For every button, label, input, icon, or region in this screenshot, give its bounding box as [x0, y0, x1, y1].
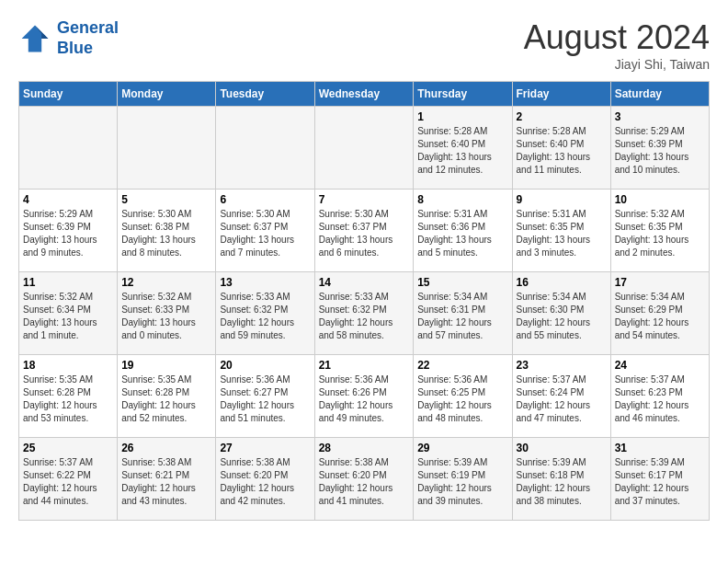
calendar-cell: 25Sunrise: 5:37 AM Sunset: 6:22 PM Dayli…	[19, 438, 118, 521]
day-info: Sunrise: 5:31 AM Sunset: 6:36 PM Dayligh…	[417, 208, 507, 259]
day-info: Sunrise: 5:32 AM Sunset: 6:34 PM Dayligh…	[23, 291, 113, 342]
month-title: August 2024	[524, 18, 710, 57]
calendar-cell: 8Sunrise: 5:31 AM Sunset: 6:36 PM Daylig…	[414, 190, 512, 272]
calendar-cell	[216, 107, 314, 190]
day-number: 4	[23, 193, 113, 206]
calendar-cell: 29Sunrise: 5:39 AM Sunset: 6:19 PM Dayli…	[414, 438, 512, 521]
day-info: Sunrise: 5:30 AM Sunset: 6:37 PM Dayligh…	[319, 208, 410, 259]
calendar-cell: 18Sunrise: 5:35 AM Sunset: 6:28 PM Dayli…	[19, 355, 118, 438]
day-number: 19	[121, 359, 211, 372]
day-info: Sunrise: 5:39 AM Sunset: 6:19 PM Dayligh…	[417, 456, 507, 508]
day-number: 7	[319, 193, 410, 206]
calendar-header-row: SundayMondayTuesdayWednesdayThursdayFrid…	[19, 82, 710, 107]
calendar-cell: 23Sunrise: 5:37 AM Sunset: 6:24 PM Dayli…	[512, 355, 610, 438]
header-sunday: Sunday	[19, 82, 118, 107]
day-info: Sunrise: 5:33 AM Sunset: 6:32 PM Dayligh…	[319, 291, 410, 342]
calendar-cell: 16Sunrise: 5:34 AM Sunset: 6:30 PM Dayli…	[512, 272, 610, 355]
day-info: Sunrise: 5:39 AM Sunset: 6:17 PM Dayligh…	[615, 456, 705, 508]
day-number: 11	[23, 276, 113, 289]
calendar-cell	[314, 107, 414, 190]
calendar-cell: 31Sunrise: 5:39 AM Sunset: 6:17 PM Dayli…	[610, 438, 709, 521]
calendar-week-row: 4Sunrise: 5:29 AM Sunset: 6:39 PM Daylig…	[19, 190, 710, 272]
day-number: 20	[220, 359, 310, 372]
calendar-week-row: 25Sunrise: 5:37 AM Sunset: 6:22 PM Dayli…	[19, 438, 710, 521]
day-info: Sunrise: 5:34 AM Sunset: 6:30 PM Dayligh…	[517, 291, 607, 342]
header-thursday: Thursday	[414, 82, 512, 107]
day-info: Sunrise: 5:35 AM Sunset: 6:28 PM Dayligh…	[23, 373, 113, 425]
location-subtitle: Jiayi Shi, Taiwan	[524, 57, 710, 72]
day-info: Sunrise: 5:39 AM Sunset: 6:18 PM Dayligh…	[517, 456, 607, 508]
day-info: Sunrise: 5:28 AM Sunset: 6:40 PM Dayligh…	[517, 125, 607, 177]
day-info: Sunrise: 5:31 AM Sunset: 6:35 PM Dayligh…	[517, 208, 607, 259]
logo-icon	[18, 22, 51, 55]
day-number: 28	[319, 442, 410, 454]
page-header: General Blue August 2024 Jiayi Shi, Taiw…	[18, 18, 710, 72]
day-number: 8	[417, 193, 507, 206]
day-info: Sunrise: 5:36 AM Sunset: 6:26 PM Dayligh…	[319, 373, 410, 425]
logo: General Blue	[18, 18, 119, 58]
calendar-cell: 2Sunrise: 5:28 AM Sunset: 6:40 PM Daylig…	[512, 107, 610, 190]
calendar-table: SundayMondayTuesdayWednesdayThursdayFrid…	[18, 81, 710, 521]
calendar-cell: 6Sunrise: 5:30 AM Sunset: 6:37 PM Daylig…	[216, 190, 314, 272]
calendar-week-row: 18Sunrise: 5:35 AM Sunset: 6:28 PM Dayli…	[19, 355, 710, 438]
calendar-cell	[19, 107, 118, 190]
calendar-cell: 19Sunrise: 5:35 AM Sunset: 6:28 PM Dayli…	[118, 355, 216, 438]
day-number: 6	[220, 193, 310, 206]
logo-line1: General	[57, 18, 119, 37]
calendar-cell: 15Sunrise: 5:34 AM Sunset: 6:31 PM Dayli…	[414, 272, 512, 355]
calendar-cell: 21Sunrise: 5:36 AM Sunset: 6:26 PM Dayli…	[314, 355, 414, 438]
calendar-cell: 17Sunrise: 5:34 AM Sunset: 6:29 PM Dayli…	[610, 272, 709, 355]
day-info: Sunrise: 5:37 AM Sunset: 6:24 PM Dayligh…	[517, 373, 607, 425]
calendar-cell: 1Sunrise: 5:28 AM Sunset: 6:40 PM Daylig…	[414, 107, 512, 190]
day-number: 14	[319, 276, 410, 289]
day-number: 26	[121, 442, 211, 454]
day-info: Sunrise: 5:38 AM Sunset: 6:20 PM Dayligh…	[220, 456, 310, 508]
day-number: 23	[517, 359, 607, 372]
day-info: Sunrise: 5:37 AM Sunset: 6:22 PM Dayligh…	[23, 456, 113, 508]
day-number: 3	[615, 110, 705, 123]
day-number: 1	[417, 110, 507, 123]
day-number: 13	[220, 276, 310, 289]
day-number: 17	[615, 276, 705, 289]
calendar-week-row: 11Sunrise: 5:32 AM Sunset: 6:34 PM Dayli…	[19, 272, 710, 355]
calendar-cell: 20Sunrise: 5:36 AM Sunset: 6:27 PM Dayli…	[216, 355, 314, 438]
calendar-cell: 11Sunrise: 5:32 AM Sunset: 6:34 PM Dayli…	[19, 272, 118, 355]
day-info: Sunrise: 5:38 AM Sunset: 6:20 PM Dayligh…	[319, 456, 410, 508]
day-info: Sunrise: 5:34 AM Sunset: 6:29 PM Dayligh…	[615, 291, 705, 342]
day-number: 15	[417, 276, 507, 289]
day-info: Sunrise: 5:33 AM Sunset: 6:32 PM Dayligh…	[220, 291, 310, 342]
day-info: Sunrise: 5:35 AM Sunset: 6:28 PM Dayligh…	[121, 373, 211, 425]
calendar-cell: 28Sunrise: 5:38 AM Sunset: 6:20 PM Dayli…	[314, 438, 414, 521]
day-info: Sunrise: 5:30 AM Sunset: 6:38 PM Dayligh…	[121, 208, 211, 259]
calendar-cell: 10Sunrise: 5:32 AM Sunset: 6:35 PM Dayli…	[610, 190, 709, 272]
calendar-cell: 5Sunrise: 5:30 AM Sunset: 6:38 PM Daylig…	[118, 190, 216, 272]
day-number: 25	[23, 442, 113, 454]
day-number: 5	[121, 193, 211, 206]
day-number: 9	[517, 193, 607, 206]
header-tuesday: Tuesday	[216, 82, 314, 107]
calendar-cell: 12Sunrise: 5:32 AM Sunset: 6:33 PM Dayli…	[118, 272, 216, 355]
title-block: August 2024 Jiayi Shi, Taiwan	[524, 18, 710, 72]
day-info: Sunrise: 5:32 AM Sunset: 6:35 PM Dayligh…	[615, 208, 705, 259]
calendar-cell: 14Sunrise: 5:33 AM Sunset: 6:32 PM Dayli…	[314, 272, 414, 355]
day-number: 10	[615, 193, 705, 206]
day-info: Sunrise: 5:36 AM Sunset: 6:27 PM Dayligh…	[220, 373, 310, 425]
header-saturday: Saturday	[610, 82, 709, 107]
calendar-cell: 7Sunrise: 5:30 AM Sunset: 6:37 PM Daylig…	[314, 190, 414, 272]
calendar-cell: 3Sunrise: 5:29 AM Sunset: 6:39 PM Daylig…	[610, 107, 709, 190]
day-info: Sunrise: 5:29 AM Sunset: 6:39 PM Dayligh…	[615, 125, 705, 177]
day-number: 24	[615, 359, 705, 372]
calendar-cell: 26Sunrise: 5:38 AM Sunset: 6:21 PM Dayli…	[118, 438, 216, 521]
calendar-cell: 24Sunrise: 5:37 AM Sunset: 6:23 PM Dayli…	[610, 355, 709, 438]
day-number: 12	[121, 276, 211, 289]
day-number: 22	[417, 359, 507, 372]
calendar-cell	[118, 107, 216, 190]
day-info: Sunrise: 5:29 AM Sunset: 6:39 PM Dayligh…	[23, 208, 113, 259]
day-info: Sunrise: 5:38 AM Sunset: 6:21 PM Dayligh…	[121, 456, 211, 508]
calendar-cell: 13Sunrise: 5:33 AM Sunset: 6:32 PM Dayli…	[216, 272, 314, 355]
day-number: 18	[23, 359, 113, 372]
day-number: 31	[615, 442, 705, 454]
calendar-week-row: 1Sunrise: 5:28 AM Sunset: 6:40 PM Daylig…	[19, 107, 710, 190]
day-number: 30	[517, 442, 607, 454]
day-info: Sunrise: 5:34 AM Sunset: 6:31 PM Dayligh…	[417, 291, 507, 342]
